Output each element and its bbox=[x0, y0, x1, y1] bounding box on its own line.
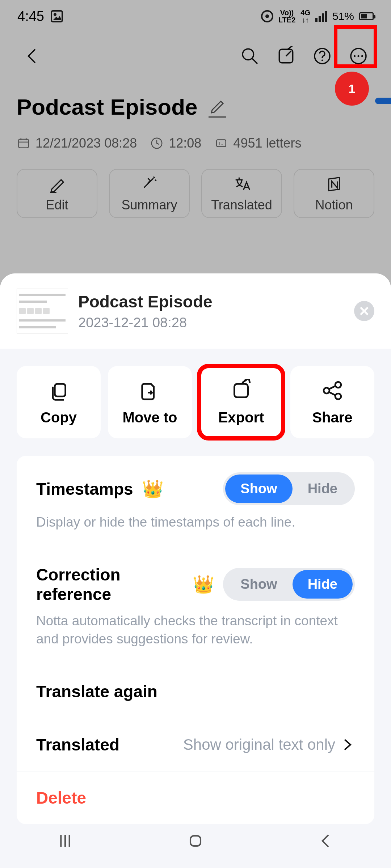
sheet-actions: Copy Move to Export Share bbox=[0, 349, 391, 456]
more-menu-button[interactable] bbox=[340, 38, 377, 74]
svg-point-9 bbox=[361, 55, 363, 57]
search-button[interactable] bbox=[232, 38, 268, 74]
correction-toggle: Show Hide bbox=[223, 568, 355, 601]
svg-point-24 bbox=[324, 388, 329, 393]
sheet-subtitle: 2023-12-21 08:28 bbox=[78, 315, 213, 331]
action-export[interactable]: Export bbox=[199, 366, 283, 438]
svg-text:T..: T.. bbox=[218, 141, 223, 146]
svg-rect-21 bbox=[234, 384, 248, 397]
system-nav-bar bbox=[0, 814, 391, 868]
chip-row: Edit Summary Translated Notion bbox=[0, 169, 391, 218]
action-move-to[interactable]: Move to bbox=[108, 366, 192, 438]
svg-point-5 bbox=[321, 60, 323, 61]
nav-recents[interactable] bbox=[43, 826, 87, 855]
translated-value: Show original text only bbox=[183, 736, 355, 753]
meta-duration: 12:08 bbox=[150, 136, 201, 151]
chip-summary[interactable]: Summary bbox=[109, 169, 190, 218]
timestamps-hide[interactable]: Hide bbox=[293, 475, 353, 503]
timestamps-toggle: Show Hide bbox=[223, 472, 355, 505]
status-time: 4:45 bbox=[17, 9, 44, 24]
page-title: Podcast Episode bbox=[17, 94, 198, 120]
setting-correction: Correction reference 👑 Show Hide Notta a… bbox=[17, 548, 374, 665]
back-button[interactable] bbox=[14, 38, 51, 74]
volte-indicator: Vo))LTE2 bbox=[278, 9, 295, 24]
delete-label: Delete bbox=[36, 788, 86, 808]
timestamps-title: Timestamps bbox=[36, 479, 133, 499]
nav-home[interactable] bbox=[174, 826, 217, 855]
timestamps-desc: Display or hide the timestamps of each l… bbox=[36, 513, 355, 531]
nav-back[interactable] bbox=[304, 826, 348, 855]
setting-translated[interactable]: Translated Show original text only bbox=[17, 718, 374, 771]
translated-title: Translated bbox=[36, 735, 119, 754]
svg-line-1 bbox=[252, 59, 257, 64]
premium-icon: 👑 bbox=[193, 574, 214, 595]
svg-point-8 bbox=[357, 55, 359, 57]
chip-translated[interactable]: Translated bbox=[201, 169, 282, 218]
meta-letters: T.. 4951 letters bbox=[214, 136, 301, 151]
chip-notion[interactable]: Notion bbox=[294, 169, 374, 218]
sheet-settings: Timestamps 👑 Show Hide Display or hide t… bbox=[17, 456, 374, 824]
svg-point-25 bbox=[335, 393, 341, 399]
svg-point-7 bbox=[354, 55, 356, 57]
app-bar bbox=[0, 33, 391, 80]
action-copy[interactable]: Copy bbox=[17, 366, 101, 438]
correction-hide[interactable]: Hide bbox=[293, 570, 353, 599]
hotspot-icon bbox=[261, 10, 273, 22]
sheet-header: Podcast Episode 2023-12-21 08:28 bbox=[0, 273, 391, 349]
document-thumbnail bbox=[17, 289, 68, 333]
correction-show[interactable]: Show bbox=[225, 570, 292, 599]
svg-point-0 bbox=[243, 49, 253, 60]
svg-point-23 bbox=[335, 382, 341, 388]
action-share[interactable]: Share bbox=[290, 366, 374, 438]
timestamps-show[interactable]: Show bbox=[225, 475, 292, 503]
screenshot-icon bbox=[51, 10, 63, 22]
svg-line-26 bbox=[329, 386, 336, 389]
translate-again-title: Translate again bbox=[36, 682, 157, 701]
options-sheet: Podcast Episode 2023-12-21 08:28 Copy Mo… bbox=[0, 273, 391, 868]
premium-icon: 👑 bbox=[142, 478, 164, 499]
correction-desc: Notta automatically checks the transcrip… bbox=[36, 612, 355, 648]
title-row: Podcast Episode bbox=[0, 80, 391, 129]
svg-rect-31 bbox=[190, 836, 201, 846]
data-indicator: 4G↓↑ bbox=[300, 9, 310, 24]
status-bar: 4:45 Vo))LTE2 4G↓↑ 51% bbox=[0, 0, 391, 33]
svg-rect-20 bbox=[55, 384, 65, 396]
correction-title: Correction reference bbox=[36, 565, 184, 604]
rename-button[interactable] bbox=[209, 96, 226, 118]
chevron-right-icon bbox=[340, 737, 355, 752]
svg-rect-10 bbox=[19, 139, 29, 148]
svg-line-27 bbox=[329, 392, 336, 395]
help-button[interactable] bbox=[304, 38, 340, 74]
setting-timestamps: Timestamps 👑 Show Hide Display or hide t… bbox=[17, 456, 374, 548]
battery-percent: 51% bbox=[332, 10, 354, 22]
signal-icon bbox=[315, 11, 327, 22]
battery-icon bbox=[359, 12, 374, 20]
meta-row: 12/21/2023 08:28 12:08 T.. 4951 letters bbox=[0, 129, 391, 169]
chip-edit[interactable]: Edit bbox=[17, 169, 97, 218]
close-sheet-button[interactable] bbox=[354, 301, 374, 321]
meta-date: 12/21/2023 08:28 bbox=[17, 136, 137, 151]
setting-translate-again[interactable]: Translate again bbox=[17, 665, 374, 718]
scroll-indicator[interactable] bbox=[375, 98, 391, 104]
sheet-title: Podcast Episode bbox=[78, 292, 213, 311]
compose-button[interactable] bbox=[268, 38, 304, 74]
